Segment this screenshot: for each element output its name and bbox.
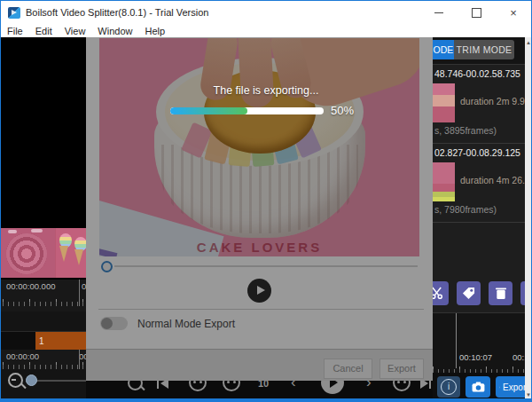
clip-duration: duration 2m 9.9s: [460, 96, 529, 106]
right-panel-scrollbar[interactable]: ▲ ▼: [525, 37, 531, 398]
menu-window[interactable]: Window: [98, 26, 132, 36]
clip-thumbnail: [433, 162, 455, 201]
main-video-area: [1, 37, 86, 228]
minimize-icon: [434, 12, 443, 13]
zoom-slider-thumb[interactable]: [26, 374, 37, 386]
timecode-label: 00:00:00.000: [6, 281, 55, 291]
info-button[interactable]: i: [437, 376, 460, 398]
timeline-zoom-controls: [1, 369, 86, 398]
delete-button[interactable]: [489, 281, 512, 305]
progress-percent-label: 50%: [331, 104, 354, 117]
scroll-down-icon[interactable]: ▼: [525, 392, 531, 398]
zoom-out-icon[interactable]: [8, 373, 23, 388]
filmstrip-thumb-icecream: [56, 228, 86, 278]
maximize-button[interactable]: [458, 1, 494, 25]
clip-frames: s, 7980frames): [434, 204, 497, 215]
progress-bar: [170, 107, 324, 114]
export-status-text: The file is exporting...: [151, 84, 381, 97]
export-dialog: CAKE LOVERS The file is exporting... 50%…: [86, 37, 433, 381]
timeline-ruler-right[interactable]: 00:10:07 00:1: [433, 313, 525, 374]
export-icon: [499, 382, 500, 392]
menu-help[interactable]: Help: [145, 26, 165, 36]
segment-1[interactable]: 1: [35, 332, 86, 351]
clip-action-toolbar: [425, 280, 531, 313]
clip-thumbnail: [433, 83, 455, 122]
clip-item-1[interactable]: 48.746-00.02.58.735 duration 2m 9.9s s, …: [433, 65, 525, 144]
trash-icon: [495, 287, 507, 300]
minimize-button[interactable]: [421, 1, 457, 25]
clip-item-2[interactable]: 02.827-00.08.29.125 duration 4m 26.2s s,…: [433, 144, 525, 223]
tag-button[interactable]: [457, 281, 481, 305]
close-button[interactable]: ×: [496, 1, 531, 25]
timeline-ruler-bottom[interactable]: 00:00:00 00: [1, 350, 86, 369]
split-mode-button[interactable]: ODE: [433, 40, 454, 59]
main-content: 00:00:00.000 0 1 00:00:00 00 ODE TRIM MO…: [1, 37, 531, 398]
scroll-up-icon[interactable]: ▲: [525, 40, 531, 45]
timecode-label: 00:10:07: [459, 352, 492, 362]
filmstrip-thumb-swirl: [1, 228, 55, 278]
zoom-slider-track[interactable]: [35, 380, 86, 382]
app-logo-icon: [8, 7, 20, 19]
maximize-icon: [472, 8, 481, 18]
window-bottom-border: [1, 398, 531, 401]
tick-marks: [3, 299, 86, 306]
clip-duration: duration 4m 26.2s: [460, 175, 531, 185]
menu-bar: File Edit View Window Help: [1, 25, 531, 37]
clip-frames: s, 3895frames): [434, 125, 497, 136]
export-toolbar-button[interactable]: Export: [496, 376, 528, 398]
export-progress: The file is exporting... 50%: [151, 84, 381, 97]
window-title: Boilsoft Video Splitter(8.0.1) - Trial V…: [26, 7, 208, 18]
timeline-ruler-top[interactable]: 00:00:00.000 0: [1, 278, 86, 311]
clip-list: 48.746-00.02.58.735 duration 2m 9.9s s, …: [433, 64, 525, 312]
filmstrip-thumbnails[interactable]: [1, 228, 86, 278]
playhead-line[interactable]: [456, 313, 457, 368]
menu-view[interactable]: View: [65, 26, 86, 36]
title-bar: Boilsoft Video Splitter(8.0.1) - Trial V…: [1, 1, 531, 25]
tag-icon: [462, 287, 475, 300]
camera-icon: [472, 382, 485, 392]
close-icon: ×: [510, 6, 517, 20]
segment-track[interactable]: 1: [1, 331, 86, 351]
trim-mode-button[interactable]: TRIM MODE: [454, 40, 514, 59]
clip-range: 48.746-00.02.58.735: [434, 68, 520, 79]
tick-marks: [3, 362, 86, 369]
snapshot-button[interactable]: [466, 376, 490, 398]
gridline: [79, 280, 80, 306]
progress-fill: [170, 107, 247, 114]
menu-file[interactable]: File: [7, 26, 23, 36]
clip-range: 02.827-00.08.29.125: [434, 147, 520, 158]
timecode-label: 00:00:00: [6, 351, 39, 361]
info-icon: i: [441, 379, 457, 395]
app-window: Boilsoft Video Splitter(8.0.1) - Trial V…: [0, 0, 532, 402]
menu-edit[interactable]: Edit: [35, 26, 52, 36]
gridline: [79, 350, 80, 369]
